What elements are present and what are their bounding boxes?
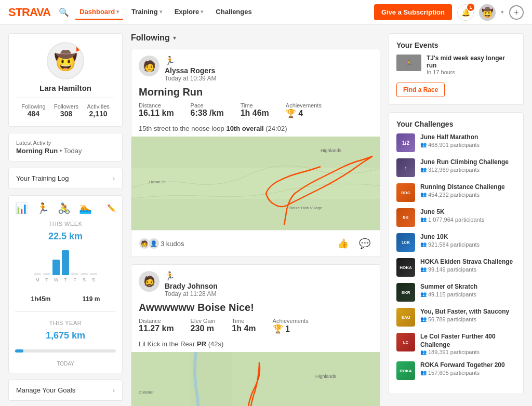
bar-label-t2: T	[62, 277, 69, 282]
participants-icon-3: 👥	[420, 216, 427, 222]
challenge-info-0: June Half Marathon 👥 468,901 participant…	[420, 133, 516, 148]
user-avatar-nav[interactable]: 🤠	[479, 4, 496, 21]
year-progress-fill	[15, 349, 23, 353]
chart-icon[interactable]: 📊	[15, 202, 28, 214]
bar-fri	[71, 273, 78, 275]
challenge-item-7: SAU You, But Faster, with Saucony 👥 56,7…	[396, 308, 516, 327]
challenge-name-6[interactable]: Summer of Skratch	[420, 283, 516, 291]
stat-following[interactable]: Following 484	[21, 103, 45, 118]
svg-text:Collister: Collister	[139, 390, 154, 395]
event-time: In 17 hours	[427, 69, 516, 75]
challenge-name-5[interactable]: HOKA Ekiden Strava Challenge	[420, 258, 516, 266]
post2-elev-label: Elev Gain	[191, 318, 216, 324]
events-title: Your Events	[396, 41, 516, 49]
post2-sport-icon: 🏃	[165, 271, 373, 281]
stat-followers[interactable]: Followers 308	[54, 103, 78, 118]
swim-icon[interactable]: 🏊	[79, 202, 92, 214]
stat-following-label: Following	[21, 103, 45, 110]
notification-button[interactable]: 🔔 1	[457, 4, 474, 21]
event-details: TJ's mid week easy longer run In 17 hour…	[427, 55, 516, 75]
bar-thu	[62, 250, 69, 275]
challenge-badge-9: ROKA	[396, 361, 415, 380]
post1-kudos-avatars: 🧑 👤	[139, 238, 157, 249]
manage-goals-card[interactable]: Manage Your Goals ›	[8, 380, 123, 401]
bar-label-w: W	[52, 277, 60, 282]
kudos-avatar-2: 👤	[148, 238, 159, 249]
participants-icon-0: 👥	[420, 142, 427, 147]
sidebar: 🤠 ▶ Lara Hamilton Following 484 Follower…	[8, 33, 123, 406]
challenge-item-6: SKR Summer of Skratch 👥 49,115 participa…	[396, 283, 516, 302]
find-race-button[interactable]: Find a Race	[396, 83, 445, 97]
post1-note-bold: 10th overall	[226, 125, 263, 132]
post1-distance-label: Distance	[139, 102, 174, 109]
post1-time: Today at 10:39 AM	[165, 75, 373, 82]
challenge-name-8[interactable]: Le Col Faster Further 400 Challenge	[420, 333, 516, 349]
post1-sport-icon: 🏃	[165, 56, 373, 65]
bike-icon[interactable]: 🚴	[58, 202, 71, 214]
subscribe-button[interactable]: Give a Subscription	[374, 4, 452, 20]
nav-challenges[interactable]: Challenges	[211, 5, 256, 20]
challenge-name-7[interactable]: You, But Faster, with Saucony	[420, 308, 516, 316]
nav-training[interactable]: Training ▾	[127, 5, 166, 20]
challenge-item-9: ROKA ROKA Forward Together 200 👥 157,605…	[396, 361, 516, 380]
training-log-chevron: ›	[113, 174, 115, 182]
challenge-name-4[interactable]: June 10K	[420, 233, 516, 241]
nav-dashboard[interactable]: Dashboard ▾	[75, 5, 123, 20]
challenge-participants-2: 👥 454,232 participants	[420, 192, 516, 198]
search-icon[interactable]: 🔍	[59, 7, 69, 17]
profile-badge-icon: ▶	[76, 44, 82, 52]
post1-map: Highlands Heron St Boise Hills Village	[131, 137, 380, 230]
challenge-name-3[interactable]: June 5K	[420, 208, 516, 216]
post1-comment-button[interactable]: 💬	[357, 236, 373, 251]
event-image: 🏃	[396, 55, 421, 71]
activity-post-2: 🧔 🏃 Brady Johnson Today at 11:28 AM Awww…	[131, 264, 380, 406]
post2-avatar: 🧔	[139, 271, 159, 292]
feed-filter-label: Following	[131, 33, 170, 43]
participants-icon-7: 👥	[420, 316, 427, 322]
challenge-badge-8: LC	[396, 333, 415, 351]
edit-icon[interactable]: ✏️	[107, 204, 116, 212]
post1-stats: Distance 16.11 km Pace 6:38 /km Time 1h …	[131, 102, 380, 123]
manage-goals-chevron: ›	[113, 386, 115, 394]
post1-kudos-button[interactable]: 👍	[335, 236, 351, 251]
post2-map-svg: Collister Highlands Boise Hills	[131, 352, 380, 406]
notification-badge: 1	[467, 4, 474, 11]
post1-avatar: 🧑	[139, 56, 159, 76]
feed-filter[interactable]: Following ▾	[131, 33, 380, 43]
post2-username[interactable]: Brady Johnson	[165, 282, 373, 290]
stat-activities[interactable]: Activities 2,110	[87, 103, 109, 118]
challenges-section: Your Challenges 1/2 June Half Marathon 👥…	[389, 112, 524, 394]
challenge-participants-5: 👥 99,149 participants	[420, 266, 516, 273]
post1-stat-distance: Distance 16.11 km	[139, 102, 174, 118]
post1-stat-pace: Pace 6:38 /km	[191, 102, 224, 118]
challenge-info-1: June Run Climbing Challenge 👥 312,969 pa…	[420, 158, 516, 173]
challenge-participants-8: 👥 189,391 participants	[420, 349, 516, 355]
add-button[interactable]: +	[509, 5, 524, 20]
nav-explore[interactable]: Explore ▾	[170, 5, 208, 20]
bar-mon	[34, 273, 41, 275]
challenge-badge-5: HOKA	[396, 258, 415, 277]
avatar: 🤠 ▶	[47, 42, 84, 79]
challenge-name-1[interactable]: June Run Climbing Challenge	[420, 158, 516, 167]
post1-note: 15th street to the noose loop 10th overa…	[131, 123, 380, 137]
post1-kudos: 🧑 👤 3 kudos	[139, 238, 184, 249]
challenge-badge-6: SKR	[396, 283, 415, 302]
challenge-name-0[interactable]: June Half Marathon	[420, 133, 516, 142]
challenge-badge-2: RDC	[396, 183, 415, 202]
latest-activity-card: Latest Activity Morning Run • Today	[8, 133, 123, 161]
post1-header: 🧑 🏃 Alyssa Rogers Today at 10:39 AM	[131, 49, 380, 86]
svg-text:Heron St: Heron St	[149, 180, 166, 184]
run-icon[interactable]: 🏃	[36, 202, 49, 214]
challenge-badge-4: 10K	[396, 233, 415, 252]
challenge-info-4: June 10K 👥 921,584 participants	[420, 233, 516, 248]
bar-sun	[90, 273, 97, 275]
participants-icon-9: 👥	[420, 370, 427, 375]
challenge-name-9[interactable]: ROKA Forward Together 200	[420, 361, 516, 370]
post1-username[interactable]: Alyssa Rogers	[165, 66, 373, 75]
latest-activity-when: • Today	[60, 147, 82, 155]
training-log-card[interactable]: Your Training Log ›	[8, 168, 123, 189]
challenge-participants-6: 👥 49,115 participants	[420, 291, 516, 297]
challenge-name-2[interactable]: Running Distance Challenge	[420, 183, 516, 192]
challenge-item-8: LC Le Col Faster Further 400 Challenge 👥…	[396, 333, 516, 355]
week-elevation-value: 119 m	[82, 295, 100, 303]
